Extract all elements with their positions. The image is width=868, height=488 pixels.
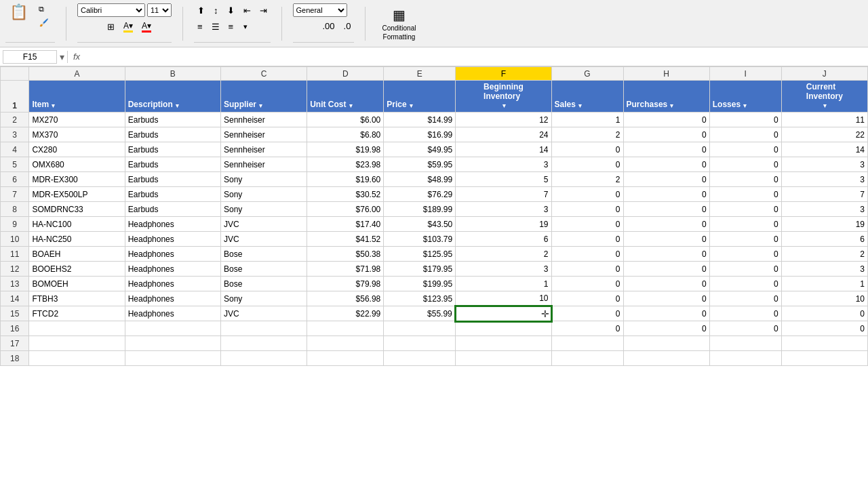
cell-D15[interactable]: $22.99 <box>307 306 384 321</box>
cell-C5[interactable]: Sennheiser <box>221 157 307 172</box>
cell-G10[interactable]: 0 <box>551 232 623 247</box>
cell-G9[interactable]: 0 <box>551 217 623 232</box>
cell-G3[interactable]: 2 <box>551 127 623 142</box>
cell-D8[interactable]: $76.00 <box>307 202 384 217</box>
cell-I3[interactable]: 0 <box>709 127 781 142</box>
cell-C16[interactable] <box>221 321 307 336</box>
cell-I17[interactable] <box>709 336 781 351</box>
cell-G6[interactable]: 2 <box>551 172 623 187</box>
cell-E13[interactable]: $199.95 <box>384 277 456 291</box>
purchases-dropdown[interactable]: ▾ <box>670 102 673 109</box>
cell-C12[interactable]: Bose <box>221 262 307 277</box>
cell-I5[interactable]: 0 <box>709 157 781 172</box>
cell-J16[interactable]: 0 <box>781 321 867 336</box>
cell-F16[interactable] <box>456 321 551 336</box>
cell-A4[interactable]: CX280 <box>29 142 125 157</box>
unit-cost-dropdown[interactable]: ▾ <box>349 102 353 109</box>
cell-H2[interactable]: 0 <box>623 113 709 127</box>
sales-dropdown[interactable]: ▾ <box>578 102 582 109</box>
cell-I8[interactable]: 0 <box>709 202 781 217</box>
indent-increase-button[interactable]: ⇥ <box>256 3 271 18</box>
row-header-12[interactable]: 12 <box>1 262 29 277</box>
cell-H4[interactable]: 0 <box>623 142 709 157</box>
bold-button[interactable] <box>77 24 84 28</box>
cell-E3[interactable]: $16.99 <box>384 127 456 142</box>
cell-G1[interactable]: Sales ▾ <box>551 81 623 113</box>
cell-A6[interactable]: MDR-EX300 <box>29 172 125 187</box>
cell-F3[interactable]: 24 <box>456 127 551 142</box>
percent-button[interactable] <box>302 24 309 28</box>
cell-C18[interactable] <box>221 351 307 366</box>
cell-D16[interactable] <box>307 321 384 336</box>
cell-D18[interactable] <box>307 351 384 366</box>
cell-A9[interactable]: HA-NC100 <box>29 217 125 232</box>
row-header-17[interactable]: 17 <box>1 336 29 351</box>
cell-B1[interactable]: Description ▾ <box>125 81 220 113</box>
cell-D17[interactable] <box>307 336 384 351</box>
cell-D3[interactable]: $6.80 <box>307 127 384 142</box>
col-header-J[interactable]: J <box>781 67 867 81</box>
row-header-5[interactable]: 5 <box>1 157 29 172</box>
cell-I1[interactable]: Losses ▾ <box>709 81 781 113</box>
cell-D1[interactable]: Unit Cost ▾ <box>307 81 384 113</box>
cell-F15[interactable]: ✛ <box>456 306 551 321</box>
cell-B6[interactable]: Earbuds <box>125 172 220 187</box>
cell-G11[interactable]: 0 <box>551 247 623 262</box>
cell-D4[interactable]: $19.98 <box>307 142 384 157</box>
cell-D9[interactable]: $17.40 <box>307 217 384 232</box>
cell-B2[interactable]: Earbuds <box>125 113 220 127</box>
cell-H18[interactable] <box>623 351 709 366</box>
cell-G2[interactable]: 1 <box>551 113 623 127</box>
cell-J12[interactable]: 3 <box>781 262 867 277</box>
row-header-13[interactable]: 13 <box>1 277 29 291</box>
cell-E17[interactable] <box>384 336 456 351</box>
cell-H15[interactable]: 0 <box>623 306 709 321</box>
col-header-B[interactable]: B <box>125 67 220 81</box>
cell-G15[interactable]: 0 <box>551 306 623 321</box>
cell-D6[interactable]: $19.60 <box>307 172 384 187</box>
cell-E5[interactable]: $59.95 <box>384 157 456 172</box>
border-button[interactable]: ⊞ <box>104 20 118 34</box>
row-header-16[interactable]: 16 <box>1 321 29 336</box>
row-header-4[interactable]: 4 <box>1 142 29 157</box>
cell-G13[interactable]: 0 <box>551 277 623 291</box>
cell-D11[interactable]: $50.38 <box>307 247 384 262</box>
cell-H13[interactable]: 0 <box>623 277 709 291</box>
item-dropdown[interactable]: ▾ <box>52 102 55 109</box>
cell-A16[interactable] <box>29 321 125 336</box>
col-header-G[interactable]: G <box>551 67 623 81</box>
cell-E9[interactable]: $43.50 <box>384 217 456 232</box>
cell-D10[interactable]: $41.52 <box>307 232 384 247</box>
cell-A5[interactable]: OMX680 <box>29 157 125 172</box>
description-dropdown[interactable]: ▾ <box>176 102 179 109</box>
copy-button[interactable]: ⧉ <box>36 3 55 15</box>
cell-I7[interactable]: 0 <box>709 187 781 202</box>
cell-H6[interactable]: 0 <box>623 172 709 187</box>
cell-H9[interactable]: 0 <box>623 217 709 232</box>
cell-F12[interactable]: 3 <box>456 262 551 277</box>
cell-E10[interactable]: $103.79 <box>384 232 456 247</box>
cell-A13[interactable]: BOMOEH <box>29 277 125 291</box>
cell-B16[interactable] <box>125 321 220 336</box>
cell-I9[interactable]: 0 <box>709 217 781 232</box>
cell-J3[interactable]: 22 <box>781 127 867 142</box>
cell-H11[interactable]: 0 <box>623 247 709 262</box>
cell-I14[interactable]: 0 <box>709 291 781 306</box>
cell-D14[interactable]: $56.98 <box>307 291 384 306</box>
paste-button[interactable]: 📋 <box>5 3 32 21</box>
cell-C17[interactable] <box>221 336 307 351</box>
row-header-6[interactable]: 6 <box>1 172 29 187</box>
cell-H17[interactable] <box>623 336 709 351</box>
cell-E18[interactable] <box>384 351 456 366</box>
align-middle-button[interactable]: ↕ <box>210 3 222 18</box>
cell-E12[interactable]: $179.95 <box>384 262 456 277</box>
cell-C9[interactable]: JVC <box>221 217 307 232</box>
cell-G5[interactable]: 0 <box>551 157 623 172</box>
row-header-15[interactable]: 15 <box>1 306 29 321</box>
cell-I2[interactable]: 0 <box>709 113 781 127</box>
cell-G8[interactable]: 0 <box>551 202 623 217</box>
cell-F2[interactable]: 12 <box>456 113 551 127</box>
align-bottom-button[interactable]: ⬇ <box>224 3 238 18</box>
cell-F4[interactable]: 14 <box>456 142 551 157</box>
format-painter-button[interactable]: 🖌️ <box>36 16 55 29</box>
